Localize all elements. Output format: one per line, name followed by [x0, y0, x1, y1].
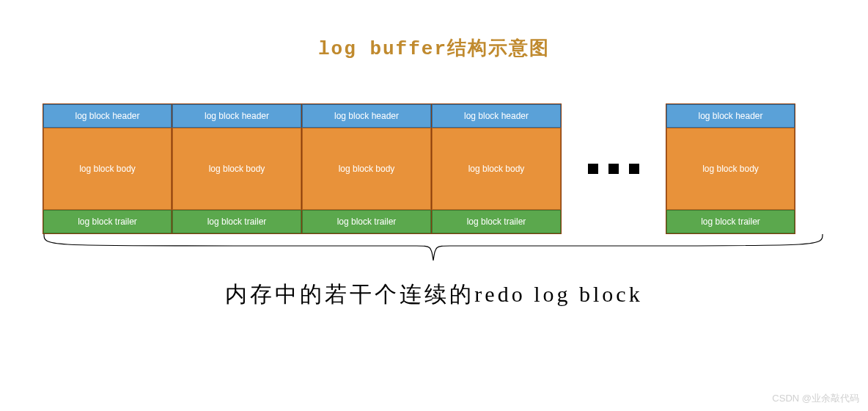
- log-block: log block header log block body log bloc…: [302, 103, 432, 234]
- log-block-body: log block body: [302, 128, 431, 210]
- log-block: log block header log block body log bloc…: [172, 103, 302, 234]
- log-block-body: log block body: [432, 128, 561, 210]
- log-block-trailer: log block trailer: [432, 210, 561, 233]
- log-block-header: log block header: [666, 104, 795, 128]
- log-block: log block header log block body log bloc…: [432, 103, 562, 234]
- curly-brace-icon: [43, 231, 824, 266]
- log-block-trailer: log block trailer: [666, 210, 795, 233]
- left-block-group: log block header log block body log bloc…: [43, 103, 562, 234]
- dot-icon: [588, 164, 598, 174]
- log-block-trailer: log block trailer: [172, 210, 301, 233]
- blocks-row: log block header log block body log bloc…: [0, 103, 868, 234]
- diagram-title: log buffer结构示意图: [0, 35, 868, 61]
- dot-icon: [608, 164, 619, 174]
- log-block-body: log block body: [43, 128, 172, 210]
- dot-icon: [629, 164, 639, 174]
- log-block-body: log block body: [666, 128, 795, 210]
- log-block-trailer: log block trailer: [43, 210, 172, 233]
- log-block-header: log block header: [302, 104, 431, 128]
- log-block-header: log block header: [43, 104, 172, 128]
- log-block-header: log block header: [172, 104, 301, 128]
- watermark: CSDN @业余敲代码: [772, 392, 859, 405]
- right-block: log block header log block body log bloc…: [666, 103, 795, 234]
- diagram-caption: 内存中的若干个连续的redo log block: [0, 280, 868, 310]
- log-block-header: log block header: [432, 104, 561, 128]
- log-block-body: log block body: [172, 128, 301, 210]
- log-block: log block header log block body log bloc…: [43, 103, 172, 234]
- ellipsis-icon: [562, 164, 666, 174]
- log-block-trailer: log block trailer: [302, 210, 431, 233]
